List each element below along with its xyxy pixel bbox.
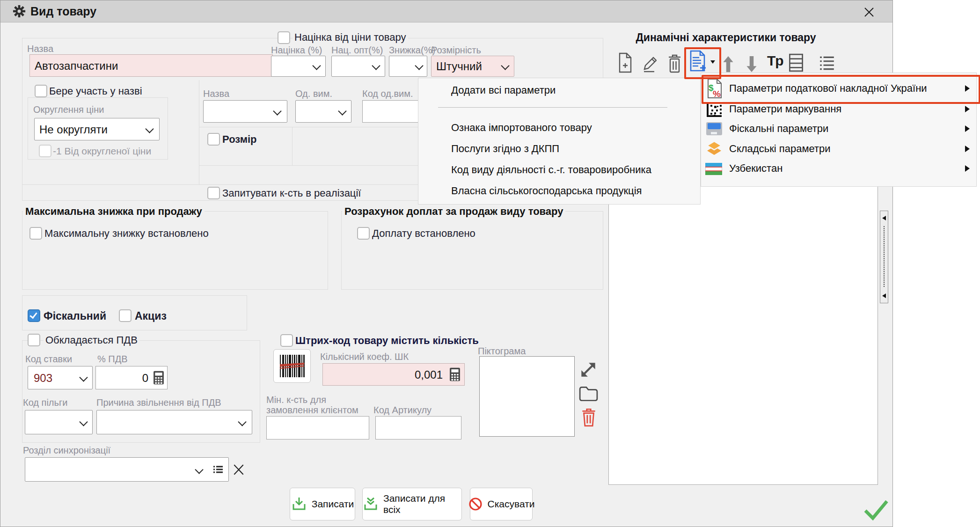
vat-group-label: Обкладається ПДВ [44, 334, 139, 346]
submenu-item-warehouse-params[interactable]: Складські параметри [701, 139, 976, 159]
unit-name-label: Назва [203, 88, 229, 99]
menu-item-add-all[interactable]: Додати всі параметри [418, 81, 733, 100]
menu-separator [438, 107, 667, 108]
move-down-icon[interactable] [746, 56, 757, 73]
menu-item-own-agri-production[interactable]: Власна сільськогосподарська продукція [418, 182, 733, 200]
text-params-icon[interactable]: Tp [767, 53, 783, 69]
submenu-arrow-icon [965, 106, 970, 112]
barcode-button[interactable] [273, 349, 311, 383]
pictogram-box[interactable] [479, 356, 575, 437]
page-title: Вид товару [30, 5, 96, 18]
list-view-icon[interactable] [819, 55, 834, 72]
save-all-button[interactable]: Записати для всіх [362, 488, 462, 520]
warehouse-params-icon [705, 140, 724, 158]
vat-checkbox[interactable] [28, 334, 40, 346]
calculator-icon[interactable] [449, 367, 461, 382]
pictogram-label: Піктограма [478, 346, 526, 357]
unit-name-combo[interactable] [203, 100, 287, 123]
edit-parameter-icon[interactable] [642, 52, 657, 73]
dimension-value: Штучний [436, 60, 482, 73]
calculator-icon[interactable] [153, 370, 164, 385]
delete-parameter-trash-icon[interactable] [668, 52, 681, 74]
tax-invoice-icon: $ % [705, 79, 724, 98]
submenu-item-marking[interactable]: Параметри маркування [701, 99, 976, 119]
splitter-handle[interactable] [880, 211, 888, 303]
submenu-item-uzbekistan[interactable]: Узбекистан [701, 159, 976, 178]
confirm-check-icon[interactable] [863, 498, 890, 522]
unit-label: Од. вим. [295, 88, 332, 99]
menu-item-dkpp-services[interactable]: Послуги згідно з ДКПП [418, 139, 733, 158]
save-button[interactable]: Записати [290, 488, 355, 520]
excise-label: Акциз [135, 310, 167, 322]
chevron-down-icon [195, 465, 203, 474]
chevron-down-icon [501, 61, 509, 70]
copy-parameters-dropdown-caret[interactable] [710, 60, 715, 64]
size-checkbox[interactable] [207, 133, 220, 146]
submenu-item-fiscal-params[interactable]: Фіскальні параметри [701, 119, 976, 139]
excise-checkbox[interactable] [119, 309, 132, 322]
gear-icon [13, 5, 26, 18]
markup-opt-combo[interactable] [331, 56, 385, 77]
folder-icon[interactable] [578, 385, 598, 401]
vat-rate-code-value: 903 [34, 372, 52, 385]
title-bar: Вид товару [0, 0, 892, 22]
chevron-down-icon [415, 61, 423, 70]
max-discount-frame [22, 211, 328, 290]
vat-rate-code-label: Код ставки [25, 354, 72, 365]
dimension-combo[interactable]: Штучний [431, 56, 514, 77]
barcode-contains-qty-checkbox[interactable] [280, 334, 293, 347]
rounding-combo[interactable]: Не округляти [34, 118, 160, 140]
submenu-arrow-icon [965, 146, 970, 152]
submenu-item-tax-invoice[interactable]: $ % Параметри податкової накладної Украї… [701, 79, 976, 98]
sync-section-combo[interactable] [25, 457, 229, 482]
move-up-icon[interactable] [723, 56, 733, 73]
menu-item-activity-code[interactable]: Код виду діяльності с.-г. товаровиробник… [418, 161, 733, 179]
markup-from-price-label: Націнка від ціни товару [293, 31, 408, 44]
unit-combo[interactable] [295, 100, 351, 123]
cancel-icon [468, 497, 483, 512]
fiscal-checkbox[interactable] [28, 309, 40, 322]
vat-percent-input[interactable]: 0 [95, 366, 168, 389]
submenu-arrow-icon [965, 125, 970, 132]
save-icon [291, 496, 307, 512]
markup-from-price-checkbox[interactable] [278, 31, 290, 44]
submenu-arrow-icon [965, 165, 970, 172]
min-qty-input[interactable] [266, 416, 369, 439]
menu-item-imported-goods[interactable]: Ознака імпортованого товару [418, 118, 733, 137]
parameters-list-panel[interactable] [608, 185, 878, 485]
minus-one-label: -1 Від округленої ціни [53, 146, 151, 157]
save-button-label: Записати [312, 498, 354, 510]
vat-exemption-combo[interactable] [96, 410, 252, 434]
table-view-icon[interactable] [789, 52, 804, 73]
vat-percent-label: % ПДВ [97, 354, 128, 365]
close-icon[interactable] [863, 6, 875, 18]
delete-pictogram-trash-icon[interactable] [581, 407, 597, 427]
vat-rate-code-combo[interactable]: 903 [28, 366, 93, 389]
minus-one-checkbox[interactable] [39, 145, 51, 157]
cancel-button[interactable]: Скасувати [470, 488, 533, 520]
participates-in-name-checkbox[interactable] [35, 85, 47, 97]
expand-icon[interactable] [578, 360, 598, 380]
list-picker-icon[interactable] [212, 464, 224, 475]
max-discount-checkbox[interactable] [29, 227, 42, 240]
markup-combo[interactable] [271, 56, 326, 77]
vat-benefit-code-combo[interactable] [25, 410, 93, 434]
save-all-button-label: Записати для всіх [383, 493, 461, 515]
chevron-down-icon [372, 61, 380, 70]
markup-opt-label: Нац. опт(%) [331, 45, 383, 56]
save-all-icon [363, 496, 379, 512]
discount-label: Знижка(%) [389, 45, 435, 56]
max-discount-checkbox-label: Максимальну знижку встановлено [44, 227, 209, 240]
qty-coef-input[interactable]: 0,001 [322, 363, 465, 386]
cancel-button-label: Скасувати [488, 498, 535, 510]
discount-combo[interactable] [389, 56, 427, 77]
article-code-input[interactable] [375, 416, 461, 439]
rounding-value: Не округляти [39, 123, 108, 136]
copy-parameters-icon[interactable] [689, 50, 707, 73]
add-parameter-icon[interactable] [618, 52, 632, 73]
surcharge-checkbox[interactable] [357, 227, 370, 240]
ask-qty-checkbox[interactable] [207, 187, 220, 199]
splitter-dots [884, 226, 885, 287]
name-input[interactable]: Автозапчастини [29, 54, 273, 77]
clear-sync-icon[interactable] [233, 463, 245, 476]
